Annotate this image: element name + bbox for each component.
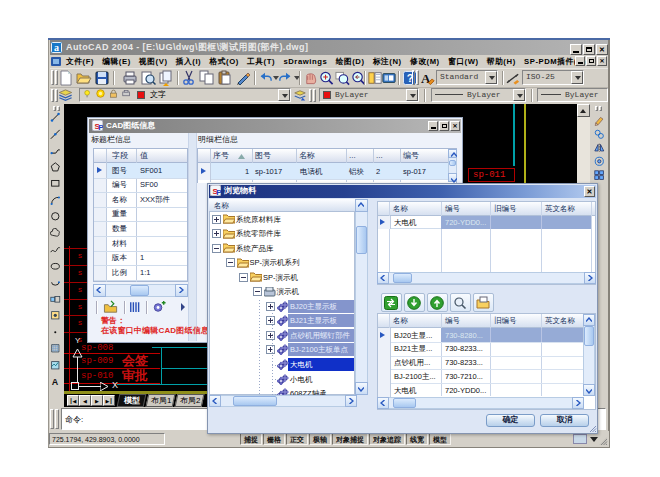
svg-text:A: A bbox=[52, 377, 59, 387]
svg-text:P: P bbox=[98, 123, 103, 132]
svg-text:a: a bbox=[54, 42, 59, 53]
svg-text:P: P bbox=[216, 188, 221, 197]
